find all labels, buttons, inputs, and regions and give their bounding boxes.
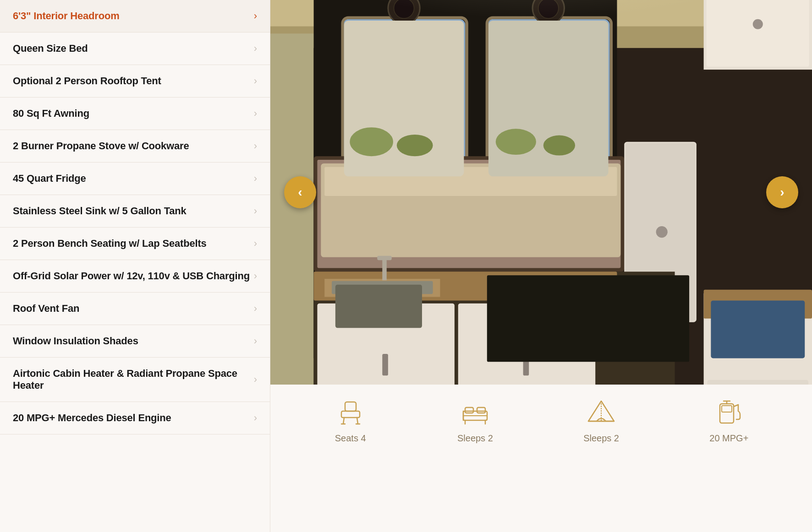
feature-item-heater[interactable]: Airtonic Cabin Heater & Radiant Propane … xyxy=(0,358,270,402)
chevron-right-icon: › xyxy=(254,238,257,250)
stat-item-sleeps2: Sleeps 2 xyxy=(583,396,619,444)
prev-image-button[interactable]: ‹ xyxy=(284,176,316,208)
svg-line-77 xyxy=(734,405,738,407)
next-image-button[interactable]: › xyxy=(766,176,798,208)
chevron-right-icon: › xyxy=(254,10,257,22)
svg-rect-66 xyxy=(463,416,487,420)
image-container: ‹ › xyxy=(270,0,812,385)
svg-rect-76 xyxy=(722,406,732,412)
features-list: 6'3" Interior Headroom›Queen Size Bed›Op… xyxy=(0,0,270,532)
svg-rect-45 xyxy=(707,380,808,385)
feature-item-awning[interactable]: 80 Sq Ft Awning› xyxy=(0,98,270,130)
bed-icon xyxy=(459,396,492,429)
feature-label-fridge: 45 Quart Fridge xyxy=(13,173,86,185)
feature-label-shades: Window Insulation Shades xyxy=(13,335,138,347)
svg-rect-36 xyxy=(487,275,689,362)
feature-label-vent-fan: Roof Vent Fan xyxy=(13,303,79,315)
chevron-right-icon: › xyxy=(254,140,257,152)
feature-label-heater: Airtonic Cabin Heater & Radiant Propane … xyxy=(13,368,254,391)
stat-item-seats: Seats 4 xyxy=(334,396,367,444)
feature-label-stove: 2 Burner Propane Stove w/ Cookware xyxy=(13,140,189,152)
svg-rect-67 xyxy=(465,407,473,413)
feature-item-rooftop-tent[interactable]: Optional 2 Person Rooftop Tent› xyxy=(0,65,270,98)
chevron-right-icon: › xyxy=(254,173,257,185)
stat-label-sleeps2: Sleeps 2 xyxy=(583,433,619,444)
feature-label-seating: 2 Person Bench Seating w/ Lap Seatbelts xyxy=(13,238,207,250)
main-container: 6'3" Interior Headroom›Queen Size Bed›Op… xyxy=(0,0,812,532)
svg-rect-33 xyxy=(382,257,386,280)
stat-item-mpg: 20 MPG+ xyxy=(709,396,748,444)
svg-point-57 xyxy=(543,135,575,155)
chevron-right-icon: › xyxy=(254,412,257,424)
feature-item-solar[interactable]: Off-Grid Solar Power w/ 12v, 110v & USB … xyxy=(0,260,270,293)
seat-icon xyxy=(334,396,367,429)
chevron-right-icon: › xyxy=(254,270,257,282)
chevron-left-icon: ‹ xyxy=(298,185,302,200)
svg-point-24 xyxy=(656,226,668,238)
svg-rect-68 xyxy=(477,407,485,413)
tent-icon xyxy=(585,396,618,429)
feature-label-interior-headroom: 6'3" Interior Headroom xyxy=(13,10,120,22)
feature-item-fridge[interactable]: 45 Quart Fridge› xyxy=(0,163,270,195)
svg-point-54 xyxy=(350,127,393,156)
feature-item-sink[interactable]: Stainless Steel Sink w/ 5 Gallon Tank› xyxy=(0,195,270,228)
feature-item-engine[interactable]: 20 MPG+ Mercedes Diesel Engine› xyxy=(0,402,270,434)
feature-item-stove[interactable]: 2 Burner Propane Stove w/ Cookware› xyxy=(0,130,270,163)
feature-item-queen-bed[interactable]: Queen Size Bed› xyxy=(0,33,270,65)
feature-label-solar: Off-Grid Solar Power w/ 12v, 110v & USB … xyxy=(13,270,250,282)
feature-item-seating[interactable]: 2 Person Bench Seating w/ Lap Seatbelts› xyxy=(0,228,270,260)
chevron-right-icon: › xyxy=(254,335,257,347)
chevron-right-icon: › xyxy=(254,43,257,54)
feature-label-rooftop-tent: Optional 2 Person Rooftop Tent xyxy=(13,75,161,87)
stat-label-sleeps1: Sleeps 2 xyxy=(457,433,493,444)
svg-rect-29 xyxy=(382,354,388,375)
stat-label-mpg: 20 MPG+ xyxy=(709,433,748,444)
chevron-right-icon: › xyxy=(780,185,784,200)
feature-label-queen-bed: Queen Size Bed xyxy=(13,43,88,54)
stat-label-seats: Seats 4 xyxy=(335,433,366,444)
svg-line-62 xyxy=(357,418,358,424)
svg-rect-34 xyxy=(377,256,392,260)
feature-item-shades[interactable]: Window Insulation Shades› xyxy=(0,325,270,358)
feature-item-interior-headroom[interactable]: 6'3" Interior Headroom› xyxy=(0,0,270,33)
svg-rect-59 xyxy=(345,402,356,411)
feature-item-vent-fan[interactable]: Roof Vent Fan› xyxy=(0,293,270,325)
right-panel: ‹ › Seats 4 Sleeps 2 Sleeps 2 xyxy=(270,0,812,532)
chevron-right-icon: › xyxy=(254,205,257,217)
svg-rect-44 xyxy=(711,300,805,358)
svg-point-56 xyxy=(496,129,536,155)
feature-label-engine: 20 MPG+ Mercedes Diesel Engine xyxy=(13,412,171,424)
svg-rect-58 xyxy=(270,0,812,106)
feature-label-sink: Stainless Steel Sink w/ 5 Gallon Tank xyxy=(13,205,187,217)
chevron-right-icon: › xyxy=(254,374,257,385)
stats-bar: Seats 4 Sleeps 2 Sleeps 2 20 MPG+ xyxy=(270,385,812,458)
svg-point-55 xyxy=(397,135,433,156)
feature-label-awning: 80 Sq Ft Awning xyxy=(13,108,89,119)
chevron-right-icon: › xyxy=(254,303,257,315)
svg-line-61 xyxy=(343,418,344,424)
svg-rect-60 xyxy=(341,411,360,418)
stat-item-sleeps1: Sleeps 2 xyxy=(457,396,493,444)
svg-rect-35 xyxy=(335,285,422,328)
chevron-right-icon: › xyxy=(254,108,257,119)
chevron-right-icon: › xyxy=(254,75,257,87)
fuel-icon xyxy=(713,396,746,429)
